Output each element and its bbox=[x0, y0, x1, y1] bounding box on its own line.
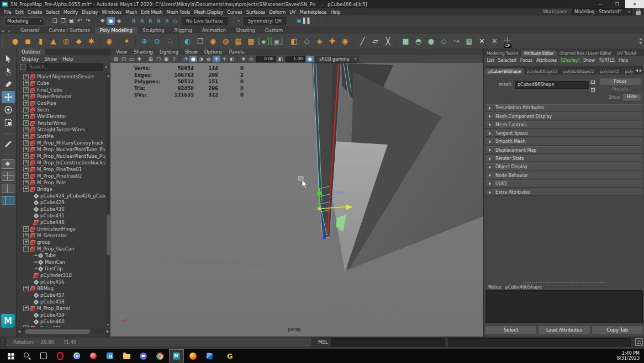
outliner-horizontal-scrollbar[interactable] bbox=[17, 328, 110, 335]
shelf-tool-icon[interactable] bbox=[115, 35, 120, 47]
shelf-tool-icon[interactable]: ▮ bbox=[34, 35, 47, 47]
shelf-menu-icon[interactable] bbox=[0, 29, 6, 34]
viewport-menu-item[interactable]: Options bbox=[201, 49, 226, 55]
scrollbar-thumb[interactable] bbox=[25, 329, 90, 334]
expand-toggle-icon[interactable] bbox=[23, 100, 29, 106]
expand-toggle-icon[interactable] bbox=[23, 107, 29, 113]
notes-box[interactable] bbox=[485, 290, 643, 323]
expand-toggle-icon[interactable] bbox=[23, 140, 29, 146]
menu-item[interactable]: Create bbox=[25, 9, 44, 15]
viewport-menu-item[interactable]: Show bbox=[182, 49, 201, 55]
section-separator[interactable]: › bbox=[320, 18, 322, 24]
menu-set-dropdown[interactable]: Modeling bbox=[4, 17, 44, 25]
outliner-item[interactable]: pCube457 bbox=[17, 292, 105, 298]
viewport-canvas[interactable] bbox=[110, 63, 483, 339]
outliner-item[interactable]: SortMe bbox=[17, 133, 105, 140]
outliner-menu-item[interactable]: Show bbox=[41, 56, 60, 62]
notes-splitter-handle[interactable] bbox=[523, 282, 606, 283]
viewport-toolbar-icon[interactable]: ⊞ bbox=[147, 56, 155, 62]
script-editor-icon[interactable] bbox=[635, 338, 643, 346]
outliner-item[interactable]: M_Prop_Barrel bbox=[17, 305, 105, 312]
shelf-tool-icon[interactable]: ◼ bbox=[22, 35, 34, 47]
drag-handle[interactable] bbox=[2, 339, 5, 346]
viewport-toolbar-icon[interactable]: ◍ bbox=[205, 56, 213, 62]
attribute-section-header[interactable]: Render Stats bbox=[485, 155, 642, 163]
viewport-toolbar-icon[interactable]: ▢ bbox=[155, 56, 162, 62]
gamma-field[interactable]: 1.00 bbox=[286, 56, 305, 62]
expand-toggle-icon[interactable] bbox=[23, 306, 29, 311]
viewport-toolbar-icon[interactable]: ◑ bbox=[197, 56, 205, 62]
render-icon[interactable]: ◉ bbox=[295, 17, 303, 25]
snap-icon[interactable]: ∩ bbox=[163, 17, 171, 25]
node-tab[interactable]: pCube466Shape bbox=[485, 68, 524, 74]
shelf-tool-icon[interactable]: ▣ bbox=[270, 35, 283, 47]
viewport-toolbar-icon[interactable] bbox=[236, 56, 240, 62]
menu-item[interactable]: Display bbox=[80, 9, 100, 15]
outliner-menu-item[interactable]: Help bbox=[60, 56, 76, 62]
status-icon[interactable]: ↶ bbox=[76, 17, 84, 25]
taskbar-app-icon[interactable] bbox=[86, 349, 101, 362]
live-surface-field[interactable]: No Live Surface bbox=[182, 17, 228, 25]
expand-toggle-icon[interactable] bbox=[23, 167, 29, 172]
rotate-tool[interactable] bbox=[2, 104, 15, 116]
lasso-select-tool[interactable] bbox=[2, 66, 15, 78]
taskbar-app-icon[interactable] bbox=[20, 349, 35, 362]
viewport-menu-item[interactable]: Panels bbox=[226, 49, 247, 55]
show-button[interactable]: Show bbox=[608, 95, 620, 100]
scrollbar-thumb[interactable] bbox=[107, 214, 110, 255]
expand-toggle-icon[interactable] bbox=[23, 120, 29, 126]
shelf-tool-icon[interactable]: ⊕ bbox=[138, 35, 151, 47]
outliner-item[interactable]: Tube bbox=[17, 252, 105, 259]
attribute-section-header[interactable]: Mesh Controls bbox=[485, 121, 642, 129]
taskbar-app-icon[interactable] bbox=[103, 349, 118, 362]
outliner-item[interactable]: BBMug bbox=[17, 285, 105, 292]
attribute-editor-menu-item[interactable]: List bbox=[485, 58, 496, 63]
workspace-dropdown[interactable]: Modeling - Standard* bbox=[572, 8, 632, 15]
render-icon[interactable]: ▌▌ bbox=[303, 17, 312, 25]
viewport-toolbar-icon[interactable] bbox=[178, 56, 182, 62]
snap-icon[interactable]: ∩ bbox=[146, 17, 155, 25]
menu-item[interactable]: Mesh bbox=[124, 9, 139, 15]
paint-select-tool[interactable] bbox=[2, 78, 15, 90]
shelf-options-icon[interactable] bbox=[6, 29, 12, 34]
output-connections-icon[interactable] bbox=[589, 87, 597, 93]
expand-toggle-icon[interactable] bbox=[23, 153, 29, 159]
scale-tool[interactable] bbox=[2, 116, 15, 129]
shelf-tool-icon[interactable]: ◇ bbox=[300, 35, 313, 47]
shelf-tool-icon[interactable] bbox=[98, 35, 103, 47]
outliner-item[interactable]: M_Prop_InConstructionNuclearPlantTube bbox=[17, 159, 105, 166]
expand-toggle-icon[interactable] bbox=[23, 226, 29, 232]
menu-item[interactable]: Surfaces bbox=[244, 9, 267, 15]
outliner-item[interactable]: M_Generator bbox=[17, 232, 105, 239]
scroll-right-icon[interactable] bbox=[640, 69, 642, 72]
outliner-item[interactable]: PlanetAlignmentsDevice bbox=[17, 73, 105, 80]
view-transform-dropdown[interactable]: sRGB gamma bbox=[315, 56, 358, 63]
status-icon[interactable]: ↷ bbox=[84, 17, 92, 25]
mel-label[interactable]: MEL bbox=[318, 339, 328, 345]
attribute-section-header[interactable]: Tessellation Attributes bbox=[485, 104, 642, 112]
shelf-tool-icon[interactable] bbox=[394, 35, 399, 47]
presets-button[interactable]: Presets bbox=[599, 87, 641, 93]
panel-tab[interactable]: Modeling Toolkit bbox=[484, 50, 521, 56]
snap-icon[interactable]: ∩ bbox=[130, 17, 138, 25]
outliner-item[interactable]: pCube429 bbox=[17, 199, 105, 206]
expand-toggle-icon[interactable] bbox=[23, 87, 29, 93]
shelf-scroll-arrows[interactable] bbox=[639, 38, 642, 44]
maximize-button[interactable]: ❐ bbox=[609, 0, 625, 8]
attribute-editor-button[interactable]: Load Attributes bbox=[538, 325, 590, 334]
outliner-item[interactable]: M_Prop_PineTree02 bbox=[17, 173, 105, 179]
outliner-item[interactable]: pCube430 bbox=[17, 206, 105, 212]
expand-toggle-icon[interactable] bbox=[23, 173, 29, 179]
viewport-toolbar-icon[interactable]: ▯ bbox=[170, 56, 178, 62]
shelf-tool-icon[interactable]: ▦ bbox=[463, 35, 476, 47]
shelf-tool-icon[interactable]: ◉ bbox=[207, 35, 219, 47]
shelf-tab[interactable]: Poly Modeling bbox=[95, 27, 138, 34]
panel-tab[interactable]: Attribute Editor bbox=[521, 50, 557, 56]
viewport-toolbar-icon[interactable]: ◎ bbox=[247, 56, 255, 62]
select-tool[interactable] bbox=[2, 53, 15, 65]
selection-mode-icon[interactable]: ◈ bbox=[115, 17, 123, 25]
outliner-item[interactable]: pCube431 bbox=[17, 212, 105, 219]
scroll-left-icon[interactable] bbox=[636, 69, 638, 72]
snap-icon[interactable]: ∩ bbox=[155, 17, 163, 25]
outliner-vertical-scrollbar[interactable] bbox=[106, 73, 110, 327]
